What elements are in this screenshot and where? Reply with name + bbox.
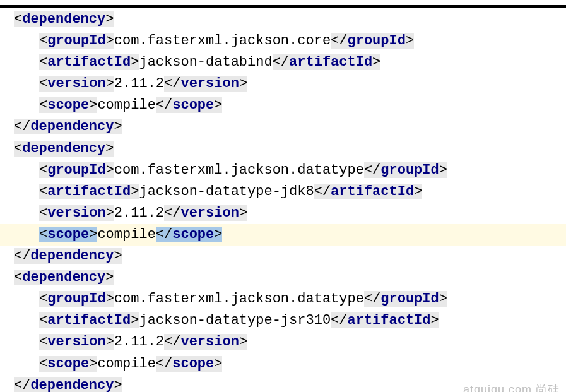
xml-line: </dependency> bbox=[0, 246, 566, 267]
top-border bbox=[0, 5, 566, 8]
xml-line: <version>2.11.2</version> bbox=[0, 73, 566, 95]
groupId-value: com.fasterxml.jackson.core bbox=[114, 33, 331, 49]
xml-line: <artifactId>jackson-databind</artifactId… bbox=[0, 52, 566, 73]
version-value: 2.11.2 bbox=[114, 205, 164, 221]
scope-value: compile bbox=[97, 356, 155, 372]
xml-line: <version>2.11.2</version> bbox=[0, 331, 566, 353]
xml-line: <artifactId>jackson-datatype-jdk8</artif… bbox=[0, 181, 566, 203]
xml-line-highlighted: <scope>compile</scope> bbox=[0, 224, 566, 246]
xml-line: <groupId>com.fasterxml.jackson.datatype<… bbox=[0, 288, 566, 310]
xml-line: <dependency> bbox=[0, 138, 566, 160]
xml-line: <groupId>com.fasterxml.jackson.datatype<… bbox=[0, 160, 566, 181]
xml-line: <version>2.11.2</version> bbox=[0, 203, 566, 224]
xml-line: <scope>compile</scope> bbox=[0, 95, 566, 116]
code-block: <dependency> <groupId>com.fasterxml.jack… bbox=[0, 9, 566, 392]
xml-line: </dependency> bbox=[0, 116, 566, 138]
version-value: 2.11.2 bbox=[114, 334, 164, 350]
xml-line: <artifactId>jackson-datatype-jsr310</art… bbox=[0, 310, 566, 331]
watermark: atguigu.com 尚硅 bbox=[463, 381, 560, 392]
artifactId-value: jackson-databind bbox=[139, 54, 272, 70]
groupId-value: com.fasterxml.jackson.datatype bbox=[114, 291, 364, 307]
xml-line: <dependency> bbox=[0, 9, 566, 30]
groupId-value: com.fasterxml.jackson.datatype bbox=[114, 162, 364, 178]
artifactId-value: jackson-datatype-jsr310 bbox=[139, 312, 331, 328]
artifactId-value: jackson-datatype-jdk8 bbox=[139, 184, 314, 199]
scope-value: compile bbox=[97, 97, 155, 113]
xml-line: <scope>compile</scope> bbox=[0, 353, 566, 375]
version-value: 2.11.2 bbox=[114, 76, 164, 92]
scope-value: compile bbox=[97, 227, 155, 242]
xml-line: <groupId>com.fasterxml.jackson.core</gro… bbox=[0, 30, 566, 52]
xml-line: <dependency> bbox=[0, 267, 566, 288]
